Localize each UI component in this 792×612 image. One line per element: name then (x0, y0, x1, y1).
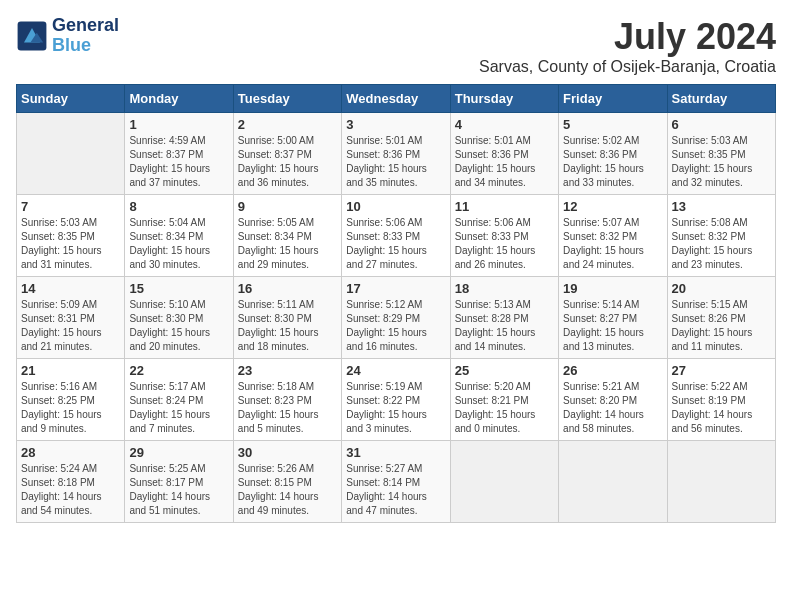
calendar-cell (450, 441, 558, 523)
week-row-1: 1Sunrise: 4:59 AM Sunset: 8:37 PM Daylig… (17, 113, 776, 195)
day-number: 22 (129, 363, 228, 378)
day-info: Sunrise: 5:01 AM Sunset: 8:36 PM Dayligh… (346, 134, 445, 190)
calendar-cell: 23Sunrise: 5:18 AM Sunset: 8:23 PM Dayli… (233, 359, 341, 441)
day-info: Sunrise: 5:19 AM Sunset: 8:22 PM Dayligh… (346, 380, 445, 436)
week-row-5: 28Sunrise: 5:24 AM Sunset: 8:18 PM Dayli… (17, 441, 776, 523)
calendar-cell: 20Sunrise: 5:15 AM Sunset: 8:26 PM Dayli… (667, 277, 775, 359)
calendar-cell: 3Sunrise: 5:01 AM Sunset: 8:36 PM Daylig… (342, 113, 450, 195)
day-info: Sunrise: 5:12 AM Sunset: 8:29 PM Dayligh… (346, 298, 445, 354)
day-number: 2 (238, 117, 337, 132)
calendar-cell: 1Sunrise: 4:59 AM Sunset: 8:37 PM Daylig… (125, 113, 233, 195)
col-friday: Friday (559, 85, 667, 113)
day-number: 31 (346, 445, 445, 460)
title-block: July 2024 Sarvas, County of Osijek-Baran… (479, 16, 776, 76)
calendar-cell: 10Sunrise: 5:06 AM Sunset: 8:33 PM Dayli… (342, 195, 450, 277)
col-monday: Monday (125, 85, 233, 113)
day-number: 17 (346, 281, 445, 296)
day-info: Sunrise: 5:13 AM Sunset: 8:28 PM Dayligh… (455, 298, 554, 354)
day-info: Sunrise: 5:07 AM Sunset: 8:32 PM Dayligh… (563, 216, 662, 272)
col-sunday: Sunday (17, 85, 125, 113)
day-info: Sunrise: 5:20 AM Sunset: 8:21 PM Dayligh… (455, 380, 554, 436)
day-number: 11 (455, 199, 554, 214)
calendar-cell: 27Sunrise: 5:22 AM Sunset: 8:19 PM Dayli… (667, 359, 775, 441)
day-number: 10 (346, 199, 445, 214)
logo-line2: Blue (52, 35, 91, 55)
page-header: General Blue July 2024 Sarvas, County of… (16, 16, 776, 76)
day-number: 30 (238, 445, 337, 460)
calendar-cell: 13Sunrise: 5:08 AM Sunset: 8:32 PM Dayli… (667, 195, 775, 277)
day-info: Sunrise: 5:17 AM Sunset: 8:24 PM Dayligh… (129, 380, 228, 436)
calendar-cell: 18Sunrise: 5:13 AM Sunset: 8:28 PM Dayli… (450, 277, 558, 359)
week-row-2: 7Sunrise: 5:03 AM Sunset: 8:35 PM Daylig… (17, 195, 776, 277)
day-number: 3 (346, 117, 445, 132)
day-info: Sunrise: 4:59 AM Sunset: 8:37 PM Dayligh… (129, 134, 228, 190)
calendar-cell: 21Sunrise: 5:16 AM Sunset: 8:25 PM Dayli… (17, 359, 125, 441)
calendar-cell: 31Sunrise: 5:27 AM Sunset: 8:14 PM Dayli… (342, 441, 450, 523)
calendar-cell: 11Sunrise: 5:06 AM Sunset: 8:33 PM Dayli… (450, 195, 558, 277)
calendar-cell: 12Sunrise: 5:07 AM Sunset: 8:32 PM Dayli… (559, 195, 667, 277)
day-number: 5 (563, 117, 662, 132)
header-row: Sunday Monday Tuesday Wednesday Thursday… (17, 85, 776, 113)
calendar-cell: 9Sunrise: 5:05 AM Sunset: 8:34 PM Daylig… (233, 195, 341, 277)
day-number: 15 (129, 281, 228, 296)
day-info: Sunrise: 5:18 AM Sunset: 8:23 PM Dayligh… (238, 380, 337, 436)
calendar-cell: 24Sunrise: 5:19 AM Sunset: 8:22 PM Dayli… (342, 359, 450, 441)
day-number: 16 (238, 281, 337, 296)
calendar-cell: 7Sunrise: 5:03 AM Sunset: 8:35 PM Daylig… (17, 195, 125, 277)
month-title: July 2024 (479, 16, 776, 58)
day-number: 4 (455, 117, 554, 132)
logo: General Blue (16, 16, 119, 56)
calendar-cell: 19Sunrise: 5:14 AM Sunset: 8:27 PM Dayli… (559, 277, 667, 359)
calendar-cell: 30Sunrise: 5:26 AM Sunset: 8:15 PM Dayli… (233, 441, 341, 523)
day-info: Sunrise: 5:09 AM Sunset: 8:31 PM Dayligh… (21, 298, 120, 354)
week-row-4: 21Sunrise: 5:16 AM Sunset: 8:25 PM Dayli… (17, 359, 776, 441)
day-info: Sunrise: 5:22 AM Sunset: 8:19 PM Dayligh… (672, 380, 771, 436)
calendar-cell: 22Sunrise: 5:17 AM Sunset: 8:24 PM Dayli… (125, 359, 233, 441)
day-number: 21 (21, 363, 120, 378)
col-tuesday: Tuesday (233, 85, 341, 113)
calendar-cell: 26Sunrise: 5:21 AM Sunset: 8:20 PM Dayli… (559, 359, 667, 441)
calendar-table: Sunday Monday Tuesday Wednesday Thursday… (16, 84, 776, 523)
calendar-cell: 25Sunrise: 5:20 AM Sunset: 8:21 PM Dayli… (450, 359, 558, 441)
calendar-cell (667, 441, 775, 523)
day-number: 9 (238, 199, 337, 214)
day-number: 19 (563, 281, 662, 296)
calendar-cell: 17Sunrise: 5:12 AM Sunset: 8:29 PM Dayli… (342, 277, 450, 359)
calendar-cell: 15Sunrise: 5:10 AM Sunset: 8:30 PM Dayli… (125, 277, 233, 359)
calendar-cell: 29Sunrise: 5:25 AM Sunset: 8:17 PM Dayli… (125, 441, 233, 523)
day-info: Sunrise: 5:26 AM Sunset: 8:15 PM Dayligh… (238, 462, 337, 518)
day-info: Sunrise: 5:08 AM Sunset: 8:32 PM Dayligh… (672, 216, 771, 272)
day-number: 14 (21, 281, 120, 296)
day-number: 7 (21, 199, 120, 214)
day-number: 13 (672, 199, 771, 214)
calendar-cell: 16Sunrise: 5:11 AM Sunset: 8:30 PM Dayli… (233, 277, 341, 359)
day-number: 6 (672, 117, 771, 132)
location-title: Sarvas, County of Osijek-Baranja, Croati… (479, 58, 776, 76)
day-info: Sunrise: 5:06 AM Sunset: 8:33 PM Dayligh… (455, 216, 554, 272)
day-number: 12 (563, 199, 662, 214)
calendar-cell: 28Sunrise: 5:24 AM Sunset: 8:18 PM Dayli… (17, 441, 125, 523)
day-info: Sunrise: 5:05 AM Sunset: 8:34 PM Dayligh… (238, 216, 337, 272)
calendar-cell: 6Sunrise: 5:03 AM Sunset: 8:35 PM Daylig… (667, 113, 775, 195)
day-number: 28 (21, 445, 120, 460)
day-info: Sunrise: 5:11 AM Sunset: 8:30 PM Dayligh… (238, 298, 337, 354)
day-number: 18 (455, 281, 554, 296)
day-info: Sunrise: 5:25 AM Sunset: 8:17 PM Dayligh… (129, 462, 228, 518)
week-row-3: 14Sunrise: 5:09 AM Sunset: 8:31 PM Dayli… (17, 277, 776, 359)
logo-icon (16, 20, 48, 52)
logo-text: General Blue (52, 16, 119, 56)
calendar-cell: 5Sunrise: 5:02 AM Sunset: 8:36 PM Daylig… (559, 113, 667, 195)
calendar-cell: 14Sunrise: 5:09 AM Sunset: 8:31 PM Dayli… (17, 277, 125, 359)
day-number: 25 (455, 363, 554, 378)
day-info: Sunrise: 5:24 AM Sunset: 8:18 PM Dayligh… (21, 462, 120, 518)
day-info: Sunrise: 5:16 AM Sunset: 8:25 PM Dayligh… (21, 380, 120, 436)
calendar-cell: 2Sunrise: 5:00 AM Sunset: 8:37 PM Daylig… (233, 113, 341, 195)
calendar-header: Sunday Monday Tuesday Wednesday Thursday… (17, 85, 776, 113)
calendar-body: 1Sunrise: 4:59 AM Sunset: 8:37 PM Daylig… (17, 113, 776, 523)
day-number: 29 (129, 445, 228, 460)
day-number: 26 (563, 363, 662, 378)
day-info: Sunrise: 5:14 AM Sunset: 8:27 PM Dayligh… (563, 298, 662, 354)
col-thursday: Thursday (450, 85, 558, 113)
day-info: Sunrise: 5:10 AM Sunset: 8:30 PM Dayligh… (129, 298, 228, 354)
day-info: Sunrise: 5:01 AM Sunset: 8:36 PM Dayligh… (455, 134, 554, 190)
